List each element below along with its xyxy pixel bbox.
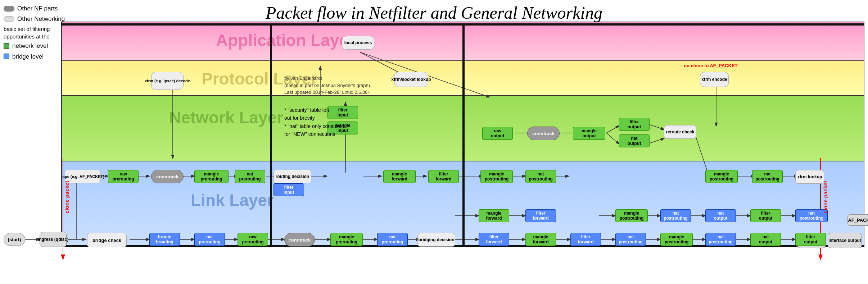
bottom-bar (61, 245, 864, 247)
divider-2 (462, 23, 465, 246)
interface-output-node: interface output (828, 233, 862, 248)
divider-1 (270, 23, 272, 246)
xfrm-lookup-node: xfrm lookup (795, 170, 824, 184)
conntrack-link: conntrack (284, 233, 315, 247)
legend-blue-icon (4, 54, 9, 59)
raw-output-net: rawoutput (482, 127, 513, 140)
filter-input-link: filterinput (273, 183, 304, 196)
nat-prerouting-link: natprerouting (194, 233, 225, 246)
mangle-postrouting-net2: manglepostrouting (480, 170, 513, 183)
nat-output-link-upper: natoutput (705, 209, 736, 222)
broute-brouting-node: broutebrouting (149, 233, 180, 246)
raw-prerouting-link: rawprerouting (238, 233, 268, 246)
page-title: Packet flow in Netfilter and General Net… (0, 0, 868, 26)
legend-network-level: network level (12, 41, 48, 51)
bridge-check-node: bridge check (87, 233, 127, 247)
local-process-node: local process (342, 36, 374, 50)
mangle-forward-link-upper: mangleforward (479, 209, 509, 222)
mangle-postrouting-link: manglepostrouting (660, 233, 693, 246)
conntrack-output: conntrack (527, 127, 560, 140)
taps-node: taps (e.g. AF_PACKET) (65, 170, 101, 183)
clone-packet-right: clone packet (822, 181, 828, 214)
nat-postrouting-net2: natpostrouting (525, 170, 556, 183)
xfrm-decode-node: xfrm (e.g. ipsec) decode (151, 72, 184, 90)
xfrm-encode-node: xfrm encode (700, 72, 729, 87)
nat-output-link: natoutput (750, 233, 781, 246)
filter-output-net: filteroutput (619, 118, 650, 131)
mangle-output-net: mangleoutput (573, 127, 605, 140)
start-node: (start) (4, 233, 25, 246)
nat-output: natoutput (619, 134, 650, 147)
filter-forward-link-upper: filterforward (525, 209, 556, 222)
mangle-prerouting-link: mangleprerouting (330, 233, 363, 246)
routing-decision-net: routing decision (273, 170, 311, 183)
filter-forward-net: filterforward (428, 170, 459, 183)
legend-bridge-level: bridge level (12, 52, 44, 61)
mangle-postrouting-link-upper: manglepostrouting (615, 209, 648, 222)
bridging-decision-node: bridging decision (417, 233, 455, 247)
conntrack-net: conntrack (151, 170, 184, 183)
mangle-forward-net: mangleforward (383, 170, 416, 183)
raw-prerouting-net: rawprerouting (108, 170, 139, 183)
filter-forward-link2: filterforward (570, 233, 601, 246)
reroute-check-node: reroute check (664, 125, 696, 139)
nat-prerouting-net: natprerouting (235, 170, 265, 183)
mangle-postrouting-net: manglepostrouting (705, 170, 738, 183)
legend-green-icon (4, 43, 9, 49)
ingress-node: ingress (qdisc) (40, 232, 67, 247)
filter-output-link-upper: filteroutput (750, 209, 781, 222)
nat-prerouting2-link: natprerouting (377, 233, 408, 246)
nat-postrouting-link-upper: natpostrouting (660, 209, 691, 222)
no-clone-label: no clone to AF_PACKET (684, 63, 738, 68)
nat-postrouting-link1: natpostrouting (615, 233, 646, 246)
xfrm-socket-node: xfrm/socket lookup (394, 72, 428, 87)
notes: * "security" table left out for brevity … (284, 106, 344, 138)
nat-postrouting-net: natpostrouting (752, 170, 783, 183)
mangle-forward-link: mangleforward (525, 233, 556, 246)
attribution: by Jan Engelhardt (based in part on Josh… (284, 75, 370, 96)
af-packet-node: AF_PACKET (847, 214, 868, 226)
filter-output-link: filteroutput (795, 233, 826, 246)
mangle-prerouting-net: mangleprerouting (194, 170, 229, 183)
nat-postrouting-link2: natpostrouting (705, 233, 736, 246)
legend-basic-filter: basic set of filteringopportunities at t… (4, 26, 50, 40)
clone-packet-left: clone packet (64, 181, 70, 214)
filter-forward-link1: filterforward (479, 233, 509, 246)
